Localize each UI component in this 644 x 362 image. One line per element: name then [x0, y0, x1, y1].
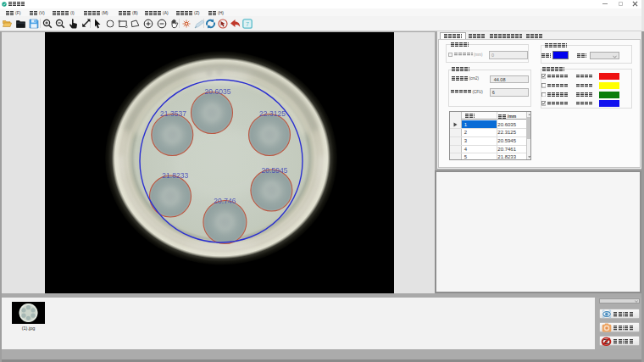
svg-text:22.3125: 22.3125	[259, 109, 286, 118]
svg-text:20.5945: 20.5945	[261, 166, 287, 175]
svg-text:21.3537: 21.3537	[160, 109, 186, 118]
svg-text:7: 7	[246, 21, 249, 27]
svg-text:21.8233: 21.8233	[162, 171, 188, 180]
svg-text:20.6035: 20.6035	[204, 87, 230, 96]
svg-text:20.746: 20.746	[214, 197, 236, 205]
